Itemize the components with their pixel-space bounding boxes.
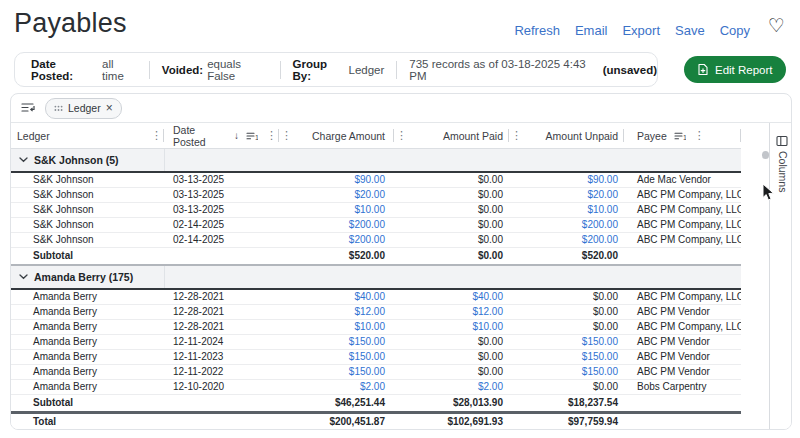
vertical-scrollbar-thumb[interactable] <box>762 151 769 159</box>
cell-paid: $0.00 <box>394 173 509 187</box>
cell-payee: ABC PM Company, LLC <box>624 233 741 247</box>
column-header-charge[interactable]: ⋮Charge Amount <box>279 123 394 148</box>
cell-unpaid: $10.00 <box>509 203 624 217</box>
group-chip-ledger[interactable]: Ledger × <box>45 98 122 119</box>
cell-unpaid: $90.00 <box>509 173 624 187</box>
cell-unpaid: $150.00 <box>509 365 624 379</box>
subtotal-label: Subtotal <box>11 249 164 263</box>
table-row[interactable]: S&K Johnson03-13-2025$10.00$0.00$10.00AB… <box>11 203 741 218</box>
column-header-payee[interactable]: Payee1⋮ <box>624 123 741 148</box>
cell-payee: ABC PM Vendor <box>624 335 741 349</box>
action-email[interactable]: Email <box>575 23 608 38</box>
column-header-unpaid[interactable]: ⋮Amount Unpaid <box>509 123 624 148</box>
column-menu-icon[interactable]: ⋮ <box>279 130 294 141</box>
cell-charge: $10.00 <box>279 203 394 217</box>
cell-unpaid: $150.00 <box>509 350 624 364</box>
filter-segment-1[interactable]: Date Posted:all time <box>31 58 137 82</box>
group-column-divider <box>164 266 165 288</box>
table-row[interactable]: S&K Johnson02-14-2025$200.00$0.00$200.00… <box>11 218 741 233</box>
action-export[interactable]: Export <box>622 23 660 38</box>
action-save[interactable]: Save <box>675 23 705 38</box>
cell-ledger: S&K Johnson <box>11 173 164 187</box>
cell-paid: $0.00 <box>394 218 509 232</box>
payables-page: Payables RefreshEmailExportSaveCopy ♡ Da… <box>0 0 800 438</box>
filter-label: Date Posted: <box>31 58 98 82</box>
cell-paid: $10.00 <box>394 320 509 334</box>
column-header-ledger[interactable]: Ledger⋮ <box>11 123 164 148</box>
cell-ledger: Amanda Berry <box>11 305 164 319</box>
remove-group-icon[interactable]: × <box>106 102 113 114</box>
cell-charge: $150.00 <box>279 335 394 349</box>
cell-charge: $20.00 <box>279 188 394 202</box>
column-header-date[interactable]: Date Posted↓1⋮ <box>164 123 279 148</box>
cell-unpaid: $97,759.94 <box>509 415 624 429</box>
columns-panel-tab[interactable]: Columns <box>769 123 792 429</box>
subtotal-row: Subtotal$520.00$0.00$520.00 <box>11 248 741 266</box>
cell-date: 12-10-2020 <box>164 380 279 394</box>
cell-paid: $0.00 <box>394 365 509 379</box>
cell-payee: ABC PM Company, LLC <box>624 290 741 304</box>
cell-paid: $2.00 <box>394 380 509 394</box>
cell-paid: $0.00 <box>394 233 509 247</box>
group-by-icon[interactable] <box>21 102 36 114</box>
cell-payee: ABC PM Company, LLC <box>624 320 741 334</box>
table-row[interactable]: Amanda Berry12-28-2021$12.00$12.00$0.00A… <box>11 305 741 320</box>
group-header-row[interactable]: Amanda Berry (175) <box>11 266 741 290</box>
cell-date: 03-13-2025 <box>164 203 279 217</box>
column-header-paid[interactable]: ⋮Amount Paid <box>394 123 509 148</box>
table-row[interactable]: S&K Johnson03-13-2025$90.00$0.00$90.00Ad… <box>11 173 741 188</box>
column-menu-icon[interactable]: ⋮ <box>394 130 409 141</box>
chevron-down-icon[interactable] <box>19 274 28 280</box>
column-menu-icon[interactable]: ⋮ <box>692 130 707 141</box>
table-row[interactable]: Amanda Berry12-11-2023$150.00$0.00$150.0… <box>11 350 741 365</box>
sort-order-icon: 1 <box>674 131 686 141</box>
filter-segment-3[interactable]: Group By:Ledger <box>292 58 384 82</box>
column-label: Amount Unpaid <box>546 130 618 142</box>
cell-unpaid: $200.00 <box>509 233 624 247</box>
group-chip-bar: Ledger × <box>11 94 791 123</box>
cell-ledger: S&K Johnson <box>11 218 164 232</box>
cell-date: 12-11-2024 <box>164 335 279 349</box>
cell-payee: Ade Mac Vendor <box>624 173 741 187</box>
table-row[interactable]: Amanda Berry12-28-2021$40.00$40.00$0.00A… <box>11 290 741 305</box>
action-copy[interactable]: Copy <box>720 23 750 38</box>
column-menu-icon[interactable]: ⋮ <box>509 130 524 141</box>
table-area: Ledger⋮Date Posted↓1⋮⋮Charge Amount⋮Amou… <box>11 123 741 430</box>
drag-handle-icon[interactable] <box>54 105 63 112</box>
cell-unpaid: $520.00 <box>509 249 624 263</box>
cell-date: 02-14-2025 <box>164 233 279 247</box>
column-label: Payee <box>637 130 667 142</box>
cell-charge: $150.00 <box>279 350 394 364</box>
cell-charge: $46,251.44 <box>279 396 394 410</box>
columns-grid-icon <box>776 135 788 147</box>
filter-label: Group By: <box>292 58 344 82</box>
table-row[interactable]: Amanda Berry12-28-2021$10.00$10.00$0.00A… <box>11 320 741 335</box>
group-header-row[interactable]: S&K Johnson (5) <box>11 149 741 173</box>
column-menu-icon[interactable]: ⋮ <box>149 130 164 141</box>
table-row[interactable]: Amanda Berry12-10-2020$2.00$2.00$0.00Bob… <box>11 380 741 395</box>
cell-ledger: S&K Johnson <box>11 203 164 217</box>
filter-segment-2[interactable]: Voided:equals False <box>162 58 268 82</box>
column-label: Date Posted <box>173 124 230 148</box>
cell-date: 12-11-2022 <box>164 365 279 379</box>
table-row[interactable]: S&K Johnson02-14-2025$200.00$0.00$200.00… <box>11 233 741 248</box>
cell-charge: $520.00 <box>279 249 394 263</box>
cell-unpaid: $0.00 <box>509 290 624 304</box>
table-row[interactable]: Amanda Berry12-11-2024$150.00$0.00$150.0… <box>11 335 741 350</box>
column-menu-icon[interactable]: ⋮ <box>264 130 279 141</box>
action-refresh[interactable]: Refresh <box>514 23 560 38</box>
cell-charge: $10.00 <box>279 320 394 334</box>
report-container: Ledger × Ledger⋮Date Posted↓1⋮⋮Charge Am… <box>10 93 792 430</box>
cell-payee: ABC PM Company, LLC <box>624 218 741 232</box>
table-row[interactable]: S&K Johnson03-13-2025$20.00$0.00$20.00AB… <box>11 188 741 203</box>
total-row: Total$200,451.87$102,691.93$97,759.94 <box>11 411 741 430</box>
table-row[interactable]: Amanda Berry12-11-2022$150.00$0.00$150.0… <box>11 365 741 380</box>
sort-desc-icon: ↓ <box>234 130 239 141</box>
unsaved-badge: (unsaved) <box>603 64 657 76</box>
cell-payee: ABC PM Vendor <box>624 365 741 379</box>
edit-report-button[interactable]: Edit Report <box>684 56 786 83</box>
favorite-heart-icon[interactable]: ♡ <box>768 16 785 35</box>
cell-paid: $0.00 <box>394 249 509 263</box>
cell-ledger: S&K Johnson <box>11 233 164 247</box>
chevron-down-icon[interactable] <box>19 157 28 163</box>
